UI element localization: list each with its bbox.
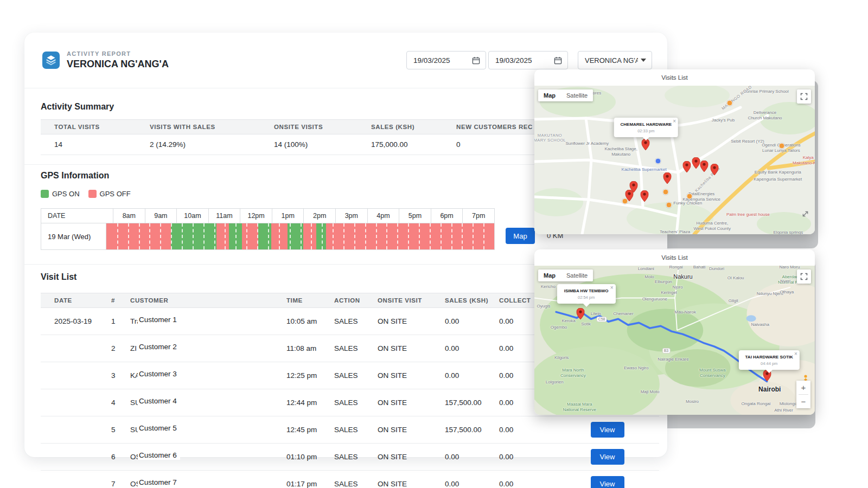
close-icon[interactable]: × — [673, 119, 676, 124]
map-label: Kacheliba Supermarket — [622, 167, 667, 172]
fullscreen-icon — [800, 93, 808, 100]
date-to-value: 19/03/2025 — [495, 56, 532, 65]
map-canvas[interactable]: Map Satellite Nairobi × ISIMBA HW TEMBWO… — [534, 266, 815, 415]
gps-hour-header: 1pm — [272, 209, 304, 223]
poi-marker — [662, 189, 668, 195]
map-label: Keringet — [661, 290, 677, 296]
visit-onsite-cell: ON SITE — [378, 308, 445, 335]
date-to-input[interactable]: 19/03/2025 — [488, 51, 568, 69]
map-pin-icon[interactable] — [692, 157, 700, 169]
gps-tick — [301, 223, 302, 249]
map-label: Mara North Conservancy — [560, 368, 586, 378]
user-dropdown-value: VERONICA NG'ANG'A — [585, 56, 638, 65]
zoom-out-button[interactable]: − — [796, 395, 810, 408]
close-icon[interactable]: × — [610, 285, 614, 291]
gps-segment-off — [326, 223, 494, 249]
satellite-tab[interactable]: Satellite — [561, 269, 593, 281]
visit-date-cell — [41, 362, 111, 389]
customer-redaction-label: Customer 4 — [138, 397, 180, 406]
map-tab[interactable]: Map — [538, 269, 561, 281]
visit-time-cell: 12:44 pm — [286, 389, 334, 416]
gps-legend-item: GPS OFF — [88, 190, 131, 198]
gps-tick — [246, 223, 247, 249]
gps-tick — [193, 223, 194, 249]
zoom-in-button[interactable]: + — [796, 381, 810, 394]
gps-tick — [408, 223, 409, 249]
date-from-input[interactable]: 19/03/2025 — [406, 51, 486, 69]
visit-time-cell: 01:10 pm — [286, 444, 334, 471]
customer-name-fragment: ZI — [130, 344, 137, 352]
gps-hour-header: 2pm — [303, 209, 335, 223]
map-pin-icon[interactable] — [641, 190, 649, 202]
customer-redaction-label: Customer 6 — [138, 451, 180, 460]
gps-map-button[interactable]: Map — [506, 228, 535, 244]
close-icon[interactable]: × — [794, 351, 797, 357]
map-canvas[interactable]: Map Satellite × CHEMAREL HARDWARE 02:33 … — [534, 86, 815, 234]
map-label: Gilgil — [729, 298, 738, 304]
user-dropdown[interactable]: VERONICA NG'ANG'A — [578, 51, 652, 69]
visit-customer-cell: OS'Customer 7 — [130, 471, 286, 488]
map-label: Oyugis — [537, 304, 551, 309]
gps-tick — [365, 223, 366, 249]
view-button[interactable]: View — [591, 476, 624, 488]
map-tooltip: × CHEMAREL HARDWARE 02:33 pm — [614, 118, 679, 137]
map-roads-svg — [534, 86, 815, 234]
gps-tick — [257, 223, 258, 249]
map-pin-icon[interactable] — [710, 164, 718, 175]
gps-segment-on — [258, 223, 271, 249]
satellite-tab[interactable]: Satellite — [561, 89, 593, 101]
gps-tick — [279, 223, 280, 249]
gps-tick — [149, 223, 150, 249]
view-button[interactable]: View — [591, 449, 624, 465]
view-button[interactable]: View — [591, 422, 624, 438]
map-label: Olenguruone — [642, 297, 667, 303]
map-pin-icon[interactable] — [683, 161, 691, 172]
map-label: Elburgon — [655, 279, 672, 285]
poi-marker — [686, 194, 692, 200]
map-label: Ogembo — [551, 325, 567, 330]
gps-tick — [343, 223, 344, 249]
visit-action-cell: SALES — [334, 389, 378, 416]
layers-icon — [42, 52, 60, 69]
visit-collections-cell: 0.00 — [499, 444, 559, 471]
map-label: Teachers' Plaza — [660, 229, 690, 234]
map-pin-icon[interactable] — [577, 308, 585, 319]
report-title-block: ACTIVITY REPORT VERONICA NG'ANG'A — [67, 50, 169, 70]
gps-tick — [322, 223, 323, 249]
summary-column-header: TOTAL VISITS — [41, 120, 150, 134]
summary-value: 14 — [41, 134, 150, 155]
summary-column-header: ONSITE VISITS — [274, 120, 371, 134]
map-label: C58 — [597, 317, 607, 322]
visit-date-cell — [41, 389, 111, 416]
visit-date-cell — [41, 416, 111, 444]
gps-hour-header: 4pm — [367, 209, 399, 223]
map-label: Funky Chicken — [673, 201, 702, 206]
zoom-control: + − — [796, 381, 810, 408]
tooltip-name: TAI HARDWARE SOTIK — [745, 355, 793, 359]
visit-time-cell: 12:45 pm — [286, 416, 334, 444]
visit-customer-cell: SUCustomer 4 — [130, 389, 286, 416]
map-popup-title: Visits List — [534, 249, 815, 266]
gps-legend-item: GPS ON — [41, 190, 80, 198]
map-pin-icon[interactable] — [663, 172, 672, 184]
gps-tick — [462, 223, 463, 249]
gps-hour-header: 7pm — [462, 209, 494, 223]
map-pin-icon[interactable] — [700, 160, 708, 172]
visit-actions-cell: View — [559, 416, 659, 444]
gps-information-title: GPS Information — [41, 171, 109, 181]
map-tab[interactable]: Map — [538, 89, 561, 101]
fullscreen-button[interactable] — [797, 269, 811, 284]
fullscreen-button[interactable] — [797, 89, 811, 104]
map-label: Othaya — [780, 290, 794, 295]
map-label: Kapenguria Supermarket — [754, 177, 802, 182]
map-label: Mosiro — [686, 399, 699, 404]
date-from-value: 19/03/2025 — [413, 56, 450, 65]
visit-actions-cell: View — [559, 471, 659, 488]
visit-column-header: ACTION — [334, 293, 378, 308]
expand-icon[interactable] — [801, 210, 809, 220]
map-pin-icon[interactable] — [625, 190, 633, 201]
visit-actions-cell: View — [559, 444, 659, 471]
activity-summary-title: Activity Summary — [41, 102, 114, 112]
gps-tick — [473, 223, 474, 249]
map-label: Ongata Rongai — [742, 401, 771, 407]
